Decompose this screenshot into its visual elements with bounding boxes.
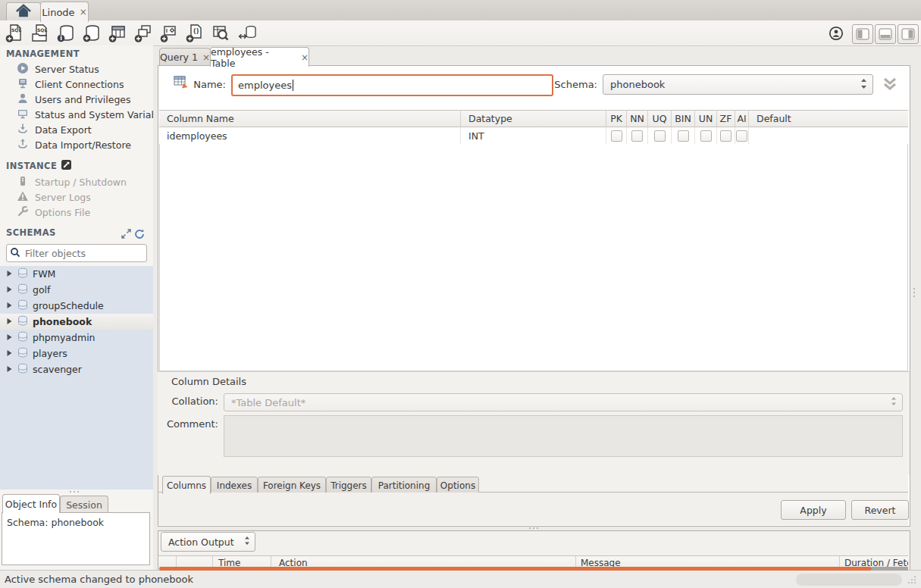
col-header-column-name[interactable]: Column Name (159, 110, 461, 127)
collation-select[interactable]: *Table Default* (224, 393, 903, 411)
tab-triggers[interactable]: Triggers (326, 477, 371, 494)
sidebar-item-data-export[interactable]: Data Export (0, 122, 153, 137)
tab-session[interactable]: Session (60, 496, 108, 513)
svg-text:(): () (193, 28, 199, 35)
sidebar-splitter[interactable] (70, 491, 79, 493)
search-table-data-icon[interactable] (210, 23, 231, 43)
checkbox-ai[interactable] (736, 130, 747, 142)
db-inspector-icon[interactable]: i (55, 23, 77, 43)
close-icon[interactable]: × (80, 7, 87, 17)
checkbox-un[interactable] (700, 130, 712, 142)
client-connections-icon (17, 77, 29, 92)
spinner-icon (891, 396, 902, 408)
close-icon[interactable]: × (202, 52, 210, 63)
new-procedure-icon[interactable] (158, 23, 180, 43)
cell-flag-zf (717, 127, 735, 144)
sidebar-item-users-privileges[interactable]: Users and Privileges (0, 92, 153, 107)
schema-item-fwm[interactable]: FWM (0, 266, 153, 282)
tab-foreign-keys[interactable]: Foreign Keys (258, 477, 326, 494)
tab-query-1[interactable]: Query 1 × (159, 48, 211, 67)
sidebar-item-server-logs[interactable]: Server Logs (0, 189, 153, 205)
output-scrollbar-trough[interactable] (872, 567, 908, 571)
expander-icon[interactable] (6, 268, 13, 280)
reconnect-dbms-icon[interactable] (237, 23, 258, 43)
toggle-bottom-panel-icon[interactable] (875, 24, 896, 44)
expander-icon[interactable] (6, 284, 13, 296)
sidebar-item-client-connections[interactable]: Client Connections (0, 77, 153, 92)
sidebar-item-server-status[interactable]: Server Status (0, 61, 153, 77)
tab-indexes[interactable]: Indexes (211, 477, 258, 494)
output-selector[interactable]: Action Output (161, 532, 255, 552)
expand-form-chevrons-icon[interactable] (881, 77, 899, 94)
expander-icon[interactable] (6, 348, 13, 359)
schema-item-golf[interactable]: golf (0, 282, 153, 298)
new-table-icon[interactable] (107, 23, 128, 43)
col-header-nn[interactable]: NN (627, 110, 648, 127)
schema-item-scavenger[interactable]: scavenger (0, 361, 153, 377)
expander-icon[interactable] (6, 364, 13, 375)
cell-column-name[interactable]: idemployees (159, 127, 461, 144)
toggle-right-panel-icon[interactable] (898, 24, 919, 44)
expand-schemas-icon[interactable] (121, 229, 131, 241)
new-view-icon[interactable] (133, 23, 154, 43)
expander-icon[interactable] (6, 316, 13, 327)
close-icon[interactable]: × (301, 52, 309, 63)
new-schema-icon[interactable] (81, 23, 102, 43)
checkbox-bin[interactable] (678, 130, 689, 142)
open-sql-script-icon[interactable]: SQL (30, 23, 51, 43)
tab-object-info[interactable]: Object Info (2, 494, 60, 513)
cell-datatype[interactable]: INT (461, 127, 606, 144)
schema-filter-input[interactable] (23, 247, 143, 260)
col-header-zf[interactable]: ZF (717, 110, 735, 127)
sidebar-item-options-file[interactable]: Options File (0, 205, 153, 220)
schema-item-phonebook[interactable]: phonebook (0, 314, 153, 330)
expander-icon[interactable] (6, 300, 13, 311)
resize-grip-icon[interactable] (907, 574, 917, 587)
collation-label: Collation: (164, 396, 218, 407)
tab-options[interactable]: Options (437, 477, 479, 494)
checkbox-nn[interactable] (631, 130, 643, 142)
col-header-bin[interactable]: BIN (672, 110, 695, 127)
admin-status-icon[interactable] (829, 26, 844, 43)
apply-button[interactable]: Apply (781, 500, 846, 520)
sidebar-item-system-variables[interactable]: Status and System Variables (0, 107, 153, 122)
sidebar-item-startup-shutdown[interactable]: Startup / Shutdown (0, 174, 153, 189)
refresh-schemas-icon[interactable] (134, 229, 145, 242)
schema-label: Schema: (550, 75, 597, 95)
new-function-icon[interactable]: () (184, 23, 205, 43)
table-name-input[interactable]: employees (231, 74, 553, 96)
checkbox-pk[interactable] (611, 130, 622, 142)
revert-button[interactable]: Revert (851, 500, 909, 520)
home-tab[interactable] (6, 2, 41, 21)
tab-employees-table[interactable]: employees - Table × (210, 47, 309, 67)
checkbox-zf[interactable] (720, 130, 731, 142)
schema-item-players[interactable]: players (0, 346, 153, 361)
tab-partitioning[interactable]: Partitioning (371, 477, 437, 494)
col-header-un[interactable]: UN (695, 110, 717, 127)
sidebar-item-data-import[interactable]: Data Import/Restore (0, 137, 153, 152)
schema-select[interactable]: phonebook (603, 74, 873, 95)
output-splitter[interactable] (529, 527, 538, 529)
comment-textarea[interactable] (224, 415, 903, 457)
spinner-icon[interactable] (860, 78, 872, 92)
expander-icon[interactable] (6, 332, 13, 343)
toggle-left-panel-icon[interactable] (852, 24, 873, 44)
right-splitter[interactable] (913, 288, 915, 297)
spinner-icon[interactable] (244, 536, 255, 548)
schema-filter[interactable] (6, 244, 147, 262)
output-horizontal-scrollbar[interactable] (159, 567, 872, 571)
cell-flag-bin (672, 127, 695, 144)
cell-default[interactable] (749, 127, 908, 144)
checkbox-uq[interactable] (654, 130, 666, 142)
col-header-datatype[interactable]: Datatype (461, 110, 606, 127)
new-sql-tab-icon[interactable]: SQL (4, 23, 25, 43)
table-edit-icon (174, 75, 189, 92)
col-header-ai[interactable]: AI (735, 110, 749, 127)
schema-item-phpmyadmin[interactable]: phpmyadmin (0, 330, 153, 346)
schema-item-groupschedule[interactable]: groupSchedule (0, 298, 153, 314)
tab-columns[interactable]: Columns (162, 476, 211, 494)
col-header-uq[interactable]: UQ (648, 110, 672, 127)
col-header-pk[interactable]: PK (606, 110, 627, 127)
connection-tab-linode[interactable]: Linode × (40, 2, 89, 22)
col-header-default[interactable]: Default (749, 110, 908, 127)
